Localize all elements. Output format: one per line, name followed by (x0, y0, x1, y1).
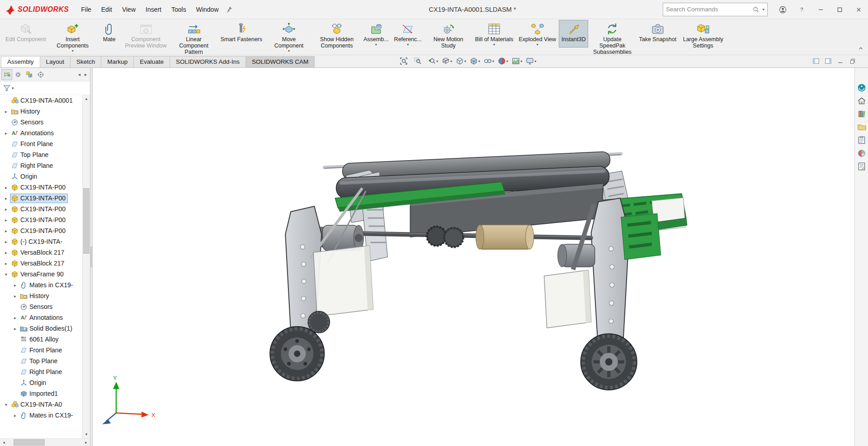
maximize-icon[interactable] (830, 0, 849, 19)
headsup-button[interactable]: ▾ (469, 57, 481, 66)
ribbon-button[interactable]: Linear Component Pattern ▾ (170, 20, 218, 60)
filter-caret-icon[interactable]: ▾ (12, 86, 14, 90)
ribbon-button[interactable]: Update SpeedPak Subassemblies ▾ (588, 20, 636, 60)
tree-item[interactable]: ▸ Mates in CX19- (0, 280, 82, 290)
dropdown-caret-icon[interactable]: ▾ (464, 59, 466, 63)
dimxpertmanager-icon[interactable] (35, 69, 46, 80)
tree-item[interactable]: ▾ CX19-INTA-A0 (0, 399, 82, 410)
headsup-button[interactable]: ▾ (399, 57, 411, 66)
expand-arrow-icon[interactable]: ▸ (11, 413, 19, 418)
tree-item-content[interactable]: Mates in CX19- (19, 280, 75, 290)
tree-item[interactable]: ▸ History (0, 290, 82, 301)
scroll-left-icon[interactable]: ◂ (0, 439, 8, 446)
appearances-scenes-icon[interactable] (857, 149, 866, 158)
tree-item-content[interactable]: CX19-INTA-P00 (10, 204, 68, 214)
expand-arrow-icon[interactable]: ▸ (11, 326, 19, 331)
configurationmanager-icon[interactable] (24, 69, 35, 80)
search-caret-icon[interactable]: ▾ (762, 7, 764, 12)
tree-item[interactable]: Sensors (0, 117, 82, 128)
tree-item-content[interactable]: CX19-INTA-A0001 (10, 96, 75, 105)
tree-item-content[interactable]: History (19, 291, 52, 301)
dropdown-caret-icon[interactable]: ▾ (407, 43, 409, 47)
minimize-icon[interactable] (811, 0, 830, 19)
tree-item-content[interactable]: A Annotations (19, 313, 65, 323)
close-icon[interactable] (849, 0, 868, 19)
dropdown-caret-icon[interactable]: ▾ (478, 59, 480, 63)
tree-item[interactable]: ▸ A Annotations (0, 312, 82, 323)
tree-item[interactable]: ▸ VersaBlock 217 (0, 258, 82, 269)
tree-item-content[interactable]: CX19-INTA-P00 (10, 183, 68, 192)
search-icon[interactable] (752, 6, 760, 13)
menu-item[interactable]: Window (191, 0, 224, 19)
headsup-button[interactable]: ▾ (455, 57, 467, 66)
expand-arrow-icon[interactable]: ▸ (2, 185, 10, 190)
expand-arrow-icon[interactable]: ▸ (2, 228, 10, 233)
doc-restore-icon[interactable] (849, 57, 856, 65)
tree-item[interactable]: ▸ CX19-INTA-P00 (0, 225, 82, 236)
expand-arrow-icon[interactable]: ▸ (2, 218, 10, 223)
assembly-3d-model[interactable] (93, 68, 854, 446)
tree-horizontal-scrollbar[interactable]: ◂ ▸ (0, 438, 90, 446)
scroll-down-icon[interactable]: ▾ (83, 431, 90, 438)
ribbon-collapse-icon[interactable] (857, 45, 864, 52)
scroll-up-icon[interactable]: ▴ (83, 95, 90, 103)
graphics-viewport[interactable]: Y X (93, 68, 854, 446)
doc-minimize-icon[interactable] (837, 57, 844, 65)
tree-item[interactable]: Sensors (0, 301, 82, 312)
search-input[interactable] (666, 6, 750, 13)
dropdown-caret-icon[interactable]: ▾ (493, 43, 495, 47)
tree-item-content[interactable]: CX19-INTA-P00 (10, 194, 68, 203)
tree-item-content[interactable]: Imported1 (19, 389, 60, 399)
file-explorer-icon[interactable] (857, 123, 866, 132)
headsup-button[interactable]: ▾ (497, 57, 509, 66)
tree-item[interactable]: ▸ (-) CX19-INTA- (0, 236, 82, 247)
tree-item-content[interactable]: CX19-INTA-A0 (10, 400, 64, 409)
scrollbar-thumb[interactable] (14, 439, 45, 446)
command-tab[interactable]: SOLIDWORKS CAM (245, 56, 315, 67)
tree-item[interactable]: ▾ VersaFrame 90 (0, 269, 82, 280)
tree-item[interactable]: ▸ A Annotations (0, 128, 82, 138)
ribbon-button[interactable]: Insert Components ▾ (49, 20, 97, 54)
tree-item[interactable]: Right Plane (0, 160, 82, 171)
tree-item[interactable]: Imported1 (0, 388, 82, 399)
custom-properties-icon[interactable] (857, 162, 866, 171)
tree-item-content[interactable]: CX19-INTA-P00 (10, 215, 68, 225)
tree-item-content[interactable]: VersaBlock 217 (10, 259, 66, 268)
menu-item[interactable]: File (76, 0, 96, 19)
headsup-button[interactable]: ▾ (511, 57, 523, 66)
expand-arrow-icon[interactable]: ▸ (2, 239, 10, 244)
tree-item[interactable]: Top Plane (0, 356, 82, 366)
expand-arrow-icon[interactable]: ▸ (11, 315, 19, 320)
ribbon-button[interactable]: Mate ▾ (97, 20, 122, 47)
tree-item-content[interactable]: Front Plane (19, 346, 64, 355)
tree-item-content[interactable]: VersaBlock 217 (10, 248, 66, 257)
filter-icon[interactable] (3, 84, 11, 92)
ribbon-button[interactable]: Assemb... ▾ (361, 20, 392, 47)
headsup-button[interactable]: ▾ (525, 57, 537, 66)
expand-arrow-icon[interactable]: ▾ (2, 272, 10, 277)
dropdown-caret-icon[interactable]: ▾ (520, 59, 522, 63)
command-tab[interactable]: Markup (101, 56, 134, 67)
expand-arrow-icon[interactable]: ▾ (2, 402, 10, 407)
command-tab[interactable]: Sketch (70, 56, 101, 67)
tree-item-content[interactable]: Right Plane (10, 161, 55, 171)
tree-item-content[interactable]: 6061 Alloy (19, 335, 61, 344)
command-tab[interactable]: SOLIDWORKS Add-Ins (170, 56, 246, 67)
ribbon-button[interactable]: Component Preview Window ▾ (122, 20, 170, 54)
tree-item[interactable]: Right Plane (0, 366, 82, 377)
ribbon-button[interactable]: Edit Component ▾ (3, 20, 49, 47)
headsup-button[interactable]: ▾ (483, 57, 495, 66)
dropdown-caret-icon[interactable]: ▾ (492, 59, 494, 63)
scroll-right-icon[interactable]: ▸ (82, 439, 90, 446)
featuremanager-tree-icon[interactable] (1, 69, 12, 80)
dropdown-caret-icon[interactable]: ▾ (450, 59, 452, 63)
ribbon-button[interactable]: Smart Fasteners ▾ (218, 20, 265, 47)
panel-scroll-left-icon[interactable]: ◂ (76, 72, 82, 77)
tree-item-content[interactable]: Sensors (19, 302, 55, 312)
headsup-button[interactable]: ▾ (413, 57, 425, 66)
user-account-icon[interactable] (773, 0, 792, 19)
tree-item[interactable]: ▸ Mates in CX19- (0, 410, 82, 421)
tree-item-content[interactable]: VersaFrame 90 (10, 270, 66, 279)
tree-item[interactable]: Origin (0, 377, 82, 388)
help-icon[interactable]: ? (792, 0, 811, 19)
